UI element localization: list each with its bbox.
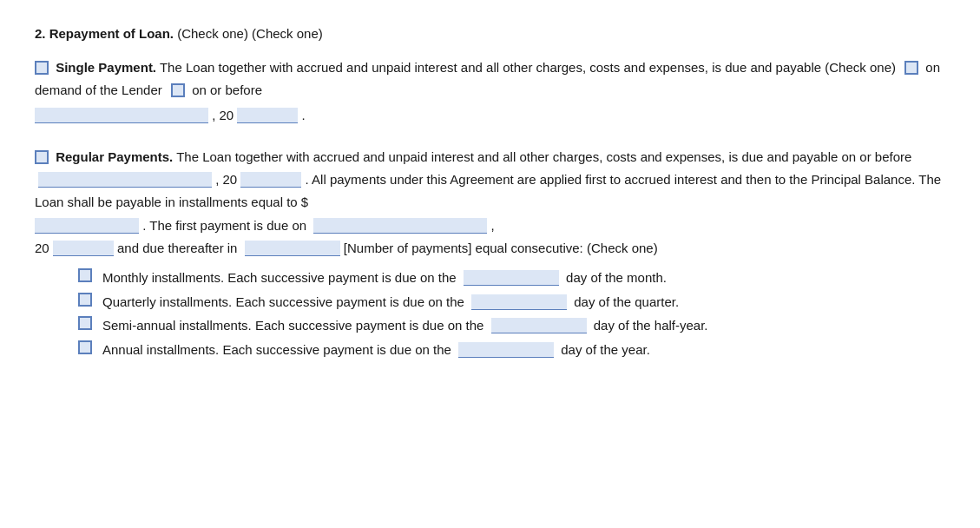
regular-due-date-input[interactable] (38, 172, 212, 188)
annual-installment-item: Annual installments. Each successive pay… (78, 339, 945, 361)
regular-year-prefix2: 20 (35, 241, 49, 255)
single-payment-label: Single Payment. (56, 60, 156, 75)
regular-year2-input[interactable] (53, 241, 114, 256)
regular-comma1: , (215, 172, 222, 187)
single-payment-year-input[interactable] (237, 108, 298, 123)
semiannual-installment-item: Semi-annual installments. Each successiv… (78, 314, 945, 337)
regular-payments-row1: Regular Payments. The Loan together with… (35, 146, 945, 214)
num-payments-input[interactable] (245, 241, 340, 256)
annual-checkbox[interactable] (78, 340, 92, 354)
single-payment-block: Single Payment. The Loan together with a… (35, 56, 945, 127)
regular-text3: . The first payment is due on (142, 218, 306, 233)
regular-payments-row3: 20 and due thereafter in [Number of paym… (35, 237, 945, 260)
semiannual-checkbox[interactable] (78, 316, 92, 330)
regular-text4: and due thereafter in (117, 241, 237, 255)
single-payment-year-prefix: 20 (220, 108, 234, 122)
semiannual-label: Semi-annual installments. Each successiv… (102, 314, 708, 337)
regular-payments-checkbox[interactable] (35, 150, 49, 164)
annual-label: Annual installments. Each successive pay… (102, 339, 650, 361)
on-or-before-text: on or before (192, 82, 262, 97)
quarterly-day-input[interactable] (471, 294, 567, 310)
regular-payments-row2: . The first payment is due on , (35, 214, 945, 237)
section-title-text: 2. Repayment of Loan. (35, 26, 174, 41)
annual-day-input[interactable] (458, 342, 554, 358)
monthly-day-input[interactable] (464, 270, 559, 286)
section-title: 2. Repayment of Loan. (Check one) (Check… (35, 26, 945, 41)
monthly-checkbox[interactable] (78, 268, 92, 282)
quarterly-label: Quarterly installments. Each successive … (102, 291, 679, 314)
monthly-label: Monthly installments. Each successive pa… (102, 267, 667, 289)
single-payment-row2: , 20 . (35, 104, 945, 127)
regular-payments-block: Regular Payments. The Loan together with… (35, 146, 945, 360)
regular-year-prefix1: 20 (223, 172, 238, 187)
semiannual-day-input[interactable] (491, 318, 587, 333)
installment-amount-input[interactable] (35, 218, 139, 234)
on-or-before-checkbox[interactable] (171, 83, 185, 97)
quarterly-installment-item: Quarterly installments. Each successive … (78, 291, 945, 314)
regular-comma2: , (491, 218, 495, 233)
on-demand-checkbox[interactable] (904, 61, 918, 75)
monthly-installment-item: Monthly installments. Each successive pa… (78, 267, 945, 289)
regular-payments-label: Regular Payments. (56, 149, 173, 164)
section-check-one-label: (Check one) (252, 26, 323, 41)
quarterly-checkbox[interactable] (78, 293, 92, 307)
first-payment-date-input[interactable] (313, 218, 487, 234)
regular-text5: [Number of payments] equal consecutive: … (344, 241, 658, 255)
single-payment-checkbox[interactable] (35, 61, 49, 75)
single-payment-date-input[interactable] (35, 108, 208, 123)
regular-payments-text1: The Loan together with accrued and unpai… (176, 149, 911, 164)
single-payment-row1: Single Payment. The Loan together with a… (35, 56, 945, 102)
regular-year1-input[interactable] (240, 172, 301, 188)
single-payment-period: . (302, 108, 306, 122)
installment-types: Monthly installments. Each successive pa… (78, 267, 945, 360)
section-check-one: (Check one) (177, 26, 248, 41)
single-payment-text1: The Loan together with accrued and unpai… (160, 60, 896, 75)
single-payment-comma: , (212, 108, 219, 122)
